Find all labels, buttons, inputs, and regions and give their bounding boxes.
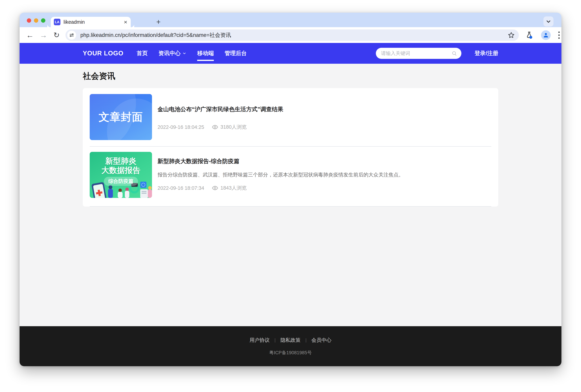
site-viewport: YOUR LOGO 首页 资讯中心 移动端 管理后: [19, 43, 562, 366]
window-controls: [27, 18, 45, 23]
row-divider: [90, 206, 491, 206]
experiments-flask-icon[interactable]: [525, 31, 533, 39]
thumbnail-badge: 综合防疫篇: [104, 177, 138, 186]
eye-icon: [212, 186, 218, 191]
browser-tab[interactable]: LA likeadmin ×: [51, 17, 131, 27]
article-row[interactable]: 文章封面 金山电池公布“沪广深市民绿色生活方式”调查结果 2022-09-16 …: [90, 88, 491, 146]
footer-separator: |: [305, 338, 307, 343]
new-tab-button[interactable]: +: [156, 19, 161, 25]
search-input[interactable]: [376, 48, 461, 59]
footer-link-user-agreement[interactable]: 用户协议: [249, 337, 270, 344]
footer-link-member-center[interactable]: 会员中心: [311, 337, 332, 344]
forward-icon[interactable]: →: [40, 31, 47, 40]
site-settings-icon[interactable]: [67, 31, 76, 40]
browser-window: LA likeadmin × + ← → ↻ php.likeadmin.cn/…: [19, 13, 562, 366]
address-bar[interactable]: php.likeadmin.cn/pc/information/default?…: [65, 30, 519, 41]
chevron-down-icon: [546, 18, 552, 24]
article-thumbnail[interactable]: 文章封面: [90, 94, 152, 140]
tab-strip: LA likeadmin × +: [19, 13, 562, 27]
eye-icon: [212, 124, 218, 130]
browser-toolbar: ← → ↻ php.likeadmin.cn/pc/information/de…: [19, 27, 562, 43]
nav-item-home[interactable]: 首页: [137, 43, 148, 64]
thumbnail-title-line1: 新型肺炎: [90, 156, 152, 166]
article-row[interactable]: 新型肺炎 大数据报告 综合防疫篇: [90, 147, 491, 206]
browser-profile-avatar[interactable]: [541, 30, 551, 40]
article-views-text: 3180人浏览: [220, 124, 247, 130]
article-info: 金山电池公布“沪广深市民绿色生活方式”调查结果 2022-09-16 18:04…: [157, 94, 491, 140]
article-meta: 2022-09-16 18:07:34 1843人浏览: [157, 184, 491, 192]
keyword-search-box[interactable]: [376, 48, 461, 59]
site-footer: 用户协议 | 隐私政策 | 会员中心 粤ICP备19081985号: [19, 326, 562, 366]
article-views: 1843人浏览: [212, 184, 247, 192]
thumbnail-cover-text: 文章封面: [90, 94, 152, 140]
article-title[interactable]: 金山电池公布“沪广深市民绿色生活方式”调查结果: [157, 106, 491, 113]
zoom-window-button[interactable]: [41, 18, 45, 23]
nav-menu: 首页 资讯中心 移动端 管理后台: [137, 43, 247, 64]
article-list-card: 文章封面 金山电池公布“沪广深市民绿色生活方式”调查结果 2022-09-16 …: [83, 88, 498, 206]
footer-link-privacy-policy[interactable]: 隐私政策: [280, 337, 301, 344]
tab-close-icon[interactable]: ×: [124, 19, 127, 25]
article-description: 报告分综合防疫篇、武汉篇、拒绝野味篇三个部分，还原本次新型冠状病毒肺炎疫情发生前…: [157, 172, 491, 178]
site-favicon: LA: [54, 19, 60, 25]
article-views: 3180人浏览: [212, 124, 247, 130]
article-date: 2022-09-16 18:07:34: [157, 185, 204, 191]
tab-search-button[interactable]: [544, 16, 554, 26]
toolbar-right: [525, 30, 562, 40]
reload-icon[interactable]: ↻: [53, 31, 59, 39]
browser-menu-icon[interactable]: [558, 32, 560, 39]
close-window-button[interactable]: [27, 18, 31, 23]
tab-title: likeadmin: [63, 19, 124, 25]
bookmark-star-icon[interactable]: [508, 31, 515, 39]
person-icon: [543, 32, 549, 38]
article-meta: 2022-09-16 18:04:25 3180人浏览: [157, 124, 491, 130]
icp-record-number: 粤ICP备19081985号: [269, 350, 312, 356]
back-icon[interactable]: ←: [26, 31, 34, 40]
nav-item-admin[interactable]: 管理后台: [225, 43, 247, 64]
search-icon[interactable]: [451, 50, 457, 56]
chevron-down-icon: [182, 51, 186, 56]
footer-separator: |: [274, 338, 276, 343]
nav-item-news-center[interactable]: 资讯中心: [158, 43, 186, 64]
page-title: 社会资讯: [83, 64, 498, 82]
article-date: 2022-09-16 18:04:25: [157, 124, 204, 130]
nav-item-mobile[interactable]: 移动端: [197, 43, 214, 64]
login-register-link[interactable]: 登录/注册: [475, 50, 498, 57]
article-info: 新型肺炎大数据报告-综合防疫篇 报告分综合防疫篇、武汉篇、拒绝野味篇三个部分，还…: [157, 152, 491, 198]
article-views-text: 1843人浏览: [220, 184, 247, 192]
url-text[interactable]: php.likeadmin.cn/pc/information/default?…: [80, 32, 505, 39]
site-navbar: YOUR LOGO 首页 资讯中心 移动端 管理后: [19, 43, 562, 64]
minimize-window-button[interactable]: [34, 18, 38, 23]
thumbnail-title-line2: 大数据报告: [90, 166, 152, 175]
site-logo[interactable]: YOUR LOGO: [83, 50, 123, 57]
article-title[interactable]: 新型肺炎大数据报告-综合防疫篇: [157, 158, 491, 165]
footer-links: 用户协议 | 隐私政策 | 会员中心: [249, 337, 332, 344]
page-main: 社会资讯 文章封面 金山电池公布“沪广深市民绿色生活方式”调查结果 2022-0…: [19, 64, 562, 326]
article-thumbnail[interactable]: 新型肺炎 大数据报告 综合防疫篇: [90, 152, 152, 198]
